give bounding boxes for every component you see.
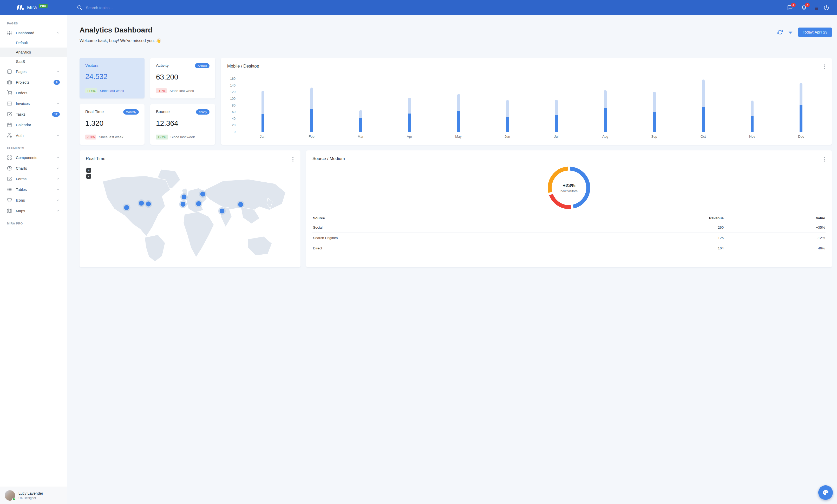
map-marker-6[interactable] <box>200 191 205 197</box>
sidebar-section-label: PAGES <box>0 16 67 27</box>
x-axis-label: Jan <box>238 135 287 138</box>
y-axis-tick: 80 <box>232 104 235 107</box>
donut-card-title: Source / Medium <box>313 156 345 161</box>
sidebar-item-orders[interactable]: Orders <box>0 88 67 98</box>
bar-feb[interactable] <box>310 88 313 132</box>
map-marker-8[interactable] <box>219 208 224 213</box>
bar-segment-desktop <box>262 91 264 114</box>
top-navbar: Mira PRO 3 7 <box>0 0 418 15</box>
map-marker-4[interactable] <box>181 194 186 200</box>
y-axis-tick: 100 <box>230 97 235 100</box>
source-table: Source Revenue Value Social260+35%Search… <box>313 214 418 252</box>
page-header: Analytics Dashboard Welcome back, Lucy! … <box>79 26 418 43</box>
source-medium-card: Source / Medium +23% new visitors Source… <box>306 150 418 252</box>
main-content: Analytics Dashboard Welcome back, Lucy! … <box>67 15 418 252</box>
stat-card-title: Activity <box>156 63 169 68</box>
map-marker-1[interactable] <box>124 205 129 210</box>
x-axis-label: Apr <box>385 135 418 138</box>
map-zoom-in-button[interactable]: + <box>86 168 91 173</box>
map-zoom-out-button[interactable]: - <box>86 174 91 179</box>
stat-note: Since last week <box>100 89 124 93</box>
sidebar-item-auth[interactable]: Auth <box>0 130 67 141</box>
sidebar-item-maps[interactable]: Maps <box>0 205 67 216</box>
bar-apr[interactable] <box>408 98 411 132</box>
x-axis-label: Feb <box>287 135 336 138</box>
stat-period-badge[interactable]: Annual <box>195 63 210 68</box>
sidebar-item-label: Icons <box>16 198 25 202</box>
bar-jan[interactable] <box>262 91 264 132</box>
world-map-area: + - <box>86 166 294 252</box>
stat-card-title: Real-Time <box>85 109 104 114</box>
stats-grid: Visitors 24.532 +14% Since last week Act… <box>79 58 215 145</box>
sidebar-item-icons[interactable]: Icons <box>0 195 67 205</box>
pie-chart-icon <box>7 166 12 171</box>
stat-card-bounce: Bounce Yearly 12.364 +27% Since last wee… <box>150 104 215 145</box>
card-menu-button[interactable] <box>292 156 294 162</box>
stat-card-activity: Activity Annual 63.200 -12% Since last w… <box>150 58 215 98</box>
sidebar-item-calendar[interactable]: Calendar <box>0 119 67 130</box>
y-axis-tick: 140 <box>230 83 235 87</box>
chevron-down-icon <box>56 209 60 213</box>
map-marker-2[interactable] <box>139 201 144 205</box>
map-marker-5[interactable] <box>180 202 185 207</box>
heart-icon <box>7 198 12 203</box>
map-marker-3[interactable] <box>146 202 151 207</box>
y-axis-tick: 20 <box>232 124 235 127</box>
table-row-search-engines: Search Engines125-12% <box>313 233 418 243</box>
bar-mar[interactable] <box>359 110 362 132</box>
sliders-icon <box>7 31 12 35</box>
stat-note: Since last week <box>170 89 194 93</box>
stat-value: 12.364 <box>156 119 210 128</box>
sidebar-item-label: Invoices <box>16 101 30 106</box>
y-axis-tick: 160 <box>230 77 235 80</box>
search-input[interactable] <box>85 5 158 10</box>
stat-period-badge[interactable]: Monthly <box>123 109 139 115</box>
x-axis-label: Mar <box>336 135 385 138</box>
sidebar-item-label: Auth <box>16 133 24 138</box>
sidebar-count-badge: 8 <box>54 80 60 85</box>
mira-logo-icon <box>16 4 24 11</box>
stat-period-badge[interactable]: Yearly <box>196 109 210 115</box>
table-row-direct: Direct164+46% <box>313 243 418 252</box>
sidebar-item-tables[interactable]: Tables <box>0 184 67 195</box>
sidebar-item-label: Projects <box>16 80 29 85</box>
brand[interactable]: Mira PRO <box>0 4 67 11</box>
sidebar-section-label: MIRA PRO <box>0 216 67 228</box>
bar-segment-desktop <box>408 98 411 113</box>
cell-source: Search Engines <box>313 233 418 243</box>
search-icon[interactable] <box>77 5 82 10</box>
bar-chart-plot <box>238 79 418 132</box>
chevron-down-icon <box>56 156 60 160</box>
chevron-down-icon <box>56 101 60 106</box>
sidebar-item-pages[interactable]: Pages <box>0 66 67 77</box>
stat-value: 24.532 <box>85 73 139 81</box>
bar-segment-mobile <box>262 114 264 132</box>
mobile-desktop-card: Mobile / Desktop 160140120100806040200 J… <box>221 58 418 145</box>
y-axis-tick: 40 <box>232 117 235 120</box>
stat-card-real-time: Real-Time Monthly 1.320 -18% Since last … <box>79 104 144 145</box>
map-marker-9[interactable] <box>238 202 243 207</box>
table-row-social: Social260+35% <box>313 222 418 233</box>
sidebar-item-invoices[interactable]: Invoices <box>0 98 67 109</box>
sidebar-subitem-saas[interactable]: SaaS <box>0 57 67 66</box>
chevron-down-icon <box>56 166 60 170</box>
sidebar-item-projects[interactable]: Projects8 <box>0 77 67 88</box>
check-square-icon <box>7 176 12 181</box>
sidebar-item-label: Dashboard <box>16 31 34 35</box>
stat-delta-badge: +14% <box>85 88 97 93</box>
chevron-down-icon <box>56 133 60 137</box>
users-icon <box>7 133 12 138</box>
sidebar-item-tasks[interactable]: Tasks17 <box>0 109 67 119</box>
sidebar-item-forms[interactable]: Forms <box>0 173 67 184</box>
stat-value: 63.200 <box>156 73 210 81</box>
sidebar-item-components[interactable]: Components <box>0 152 67 163</box>
chevron-down-icon <box>56 188 60 191</box>
sidebar-item-charts[interactable]: Charts <box>0 163 67 173</box>
briefcase-icon <box>7 80 12 85</box>
sidebar-item-dashboard[interactable]: Dashboard <box>0 27 67 38</box>
stat-note: Since last week <box>171 135 195 139</box>
chevron-down-icon <box>56 177 60 181</box>
sidebar-subitem-analytics[interactable]: Analytics <box>0 48 67 57</box>
map-marker-7[interactable] <box>196 201 201 206</box>
sidebar-subitem-default[interactable]: Default <box>0 38 67 48</box>
